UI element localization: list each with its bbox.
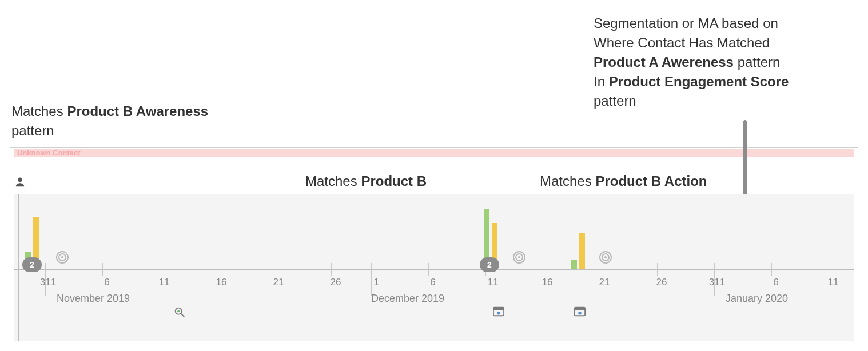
date-icon[interactable] — [492, 306, 505, 317]
bar-green[interactable] — [571, 260, 577, 269]
tick-label: 6 — [430, 277, 435, 288]
tick — [600, 263, 600, 276]
tick — [274, 263, 274, 276]
tick-label: 21 — [273, 277, 284, 288]
svg-point-0 — [18, 177, 22, 182]
tick-label: 11 — [159, 277, 170, 288]
target-icon[interactable] — [513, 251, 525, 264]
tick-label: 6 — [104, 277, 109, 288]
contact-label: Unknown Contact — [17, 149, 81, 157]
annotation-segmentation: Segmentation or MA based on Where Contac… — [594, 14, 789, 111]
tick — [160, 263, 160, 276]
tick — [331, 263, 332, 276]
search-icon[interactable] — [173, 306, 186, 318]
tick-label: 311 — [40, 277, 56, 288]
tick-label: 1 — [373, 277, 379, 288]
tick-label: 311 — [709, 277, 725, 288]
cluster-badge[interactable]: 2 — [480, 257, 499, 272]
tick-label: 16 — [216, 277, 227, 288]
target-icon[interactable] — [56, 251, 69, 264]
tick-label: 21 — [599, 277, 610, 288]
tick — [771, 263, 772, 276]
month-label-nov: November 2019 — [57, 293, 130, 305]
tick-label: 26 — [331, 277, 341, 288]
month-label-jan: January 2020 — [726, 293, 788, 305]
tick — [102, 263, 103, 276]
tick-label: 26 — [656, 277, 667, 288]
tick — [829, 263, 829, 276]
contact-stripe — [14, 149, 854, 157]
person-icon — [14, 176, 26, 192]
date-icon[interactable] — [574, 306, 586, 317]
svg-rect-5 — [493, 308, 504, 310]
svg-line-3 — [181, 314, 185, 317]
tick-label: 11 — [828, 277, 839, 288]
svg-rect-8 — [575, 308, 585, 310]
timeline[interactable]: 311 November 2019 6 11 16 21 26 1 Decemb… — [14, 194, 854, 341]
divider — [10, 147, 858, 148]
y-axis — [18, 194, 19, 341]
tick-label: 6 — [773, 277, 778, 288]
tick-label: 11 — [488, 277, 499, 288]
tick — [543, 263, 543, 276]
cluster-badge[interactable]: 2 — [22, 257, 42, 272]
tick — [217, 263, 217, 276]
annotation-awareness: Matches Product B Awareness pattern — [11, 102, 217, 141]
target-icon[interactable] — [599, 251, 612, 264]
tick — [428, 263, 429, 276]
tick — [657, 263, 658, 276]
x-axis — [14, 269, 854, 270]
svg-point-2 — [177, 310, 180, 312]
bar-yellow[interactable] — [579, 233, 585, 269]
svg-point-9 — [578, 312, 581, 314]
month-label-dec: December 2019 — [371, 293, 444, 305]
svg-point-6 — [497, 312, 500, 314]
tick-label: 16 — [542, 277, 553, 288]
tick-month-start — [371, 263, 372, 296]
